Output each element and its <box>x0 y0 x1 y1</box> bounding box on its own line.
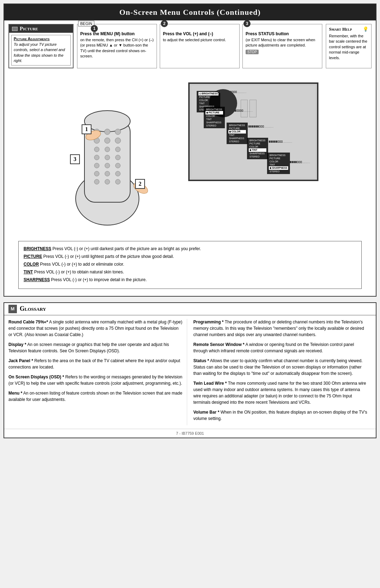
glossary-status-text: Allows the user to quickly confirm what … <box>194 358 363 376</box>
steps-area: BEGIN 1 Press the MENU (M) button on the… <box>77 24 322 68</box>
svg-point-21 <box>94 179 99 184</box>
svg-point-18 <box>94 171 99 176</box>
desc-sharpness: SHARPNESS Press VOL (-) or (+) to improv… <box>24 277 356 283</box>
glossary-entry-jack-panel: Jack Panel * Refers to the area on the b… <box>8 358 183 370</box>
step-2-box: 2 Press the VOL (+) and (–) to adjust th… <box>160 24 240 68</box>
glossary-entry-programming: Programming * The procedure of adding or… <box>194 319 368 338</box>
term-round-cable: Round Cable 75%«* <box>8 320 48 324</box>
main-title: On-Screen Menu Controls (Continued) <box>4 4 376 20</box>
picture-adjustments-text: To adjust your TV picture controls, sele… <box>14 42 68 64</box>
desc-tint-text: Press VOL (-) or (+) to obtain natural s… <box>34 270 124 274</box>
desc-picture-text: Press VOL (-) or (+) until lightest part… <box>43 254 174 259</box>
glossary-display-text: An on screen message or graphics that he… <box>8 342 169 353</box>
svg-point-23 <box>115 179 120 184</box>
menu-panel-2: BRIGHTNESS ◆ PICTURE COLOR TINT SHARPNES… <box>204 107 225 128</box>
desc-picture: PICTURE Press VOL (-) or (+) until light… <box>24 253 356 260</box>
svg-text:1: 1 <box>85 126 88 132</box>
step-3-title: Press STATUS button <box>246 31 319 36</box>
svg-point-9 <box>94 147 99 152</box>
step-3-text: (or EXIT Menu) to clear the screen when … <box>246 37 319 48</box>
picture-box-title: Picture <box>9 25 73 33</box>
svg-point-16 <box>105 163 110 168</box>
term-color: COLOR <box>24 262 39 267</box>
glossary-content: Round Cable 75%«* A single solid antenna… <box>4 315 376 429</box>
menu-panel-3: BRIGHTNESS PICTURE ◆ COLOR TINT SHARPNES… <box>227 123 248 144</box>
svg-point-17 <box>115 163 120 168</box>
svg-point-13 <box>105 155 110 160</box>
svg-point-11 <box>115 147 120 152</box>
step-2-title: Press the VOL (+) and (–) <box>163 31 236 36</box>
svg-point-15 <box>94 163 99 168</box>
svg-point-12 <box>94 155 99 160</box>
step-1-number: 1 <box>91 25 98 32</box>
term-picture: PICTURE <box>24 254 42 259</box>
term-osd: On Screen Displays (OSD) * <box>8 375 64 379</box>
glossary-header: M Glossary <box>4 303 376 315</box>
desc-tint: TINT Press VOL (-) or (+) to obtain natu… <box>24 269 356 275</box>
glossary-menu-text: An on-screen listing of feature controls… <box>8 391 182 402</box>
svg-point-4 <box>104 129 110 135</box>
step-3-number: 3 <box>243 20 251 27</box>
glossary-entry-status: Status * Allows the user to quickly conf… <box>194 358 368 377</box>
smart-help-title: Smart Help 💡 <box>329 26 368 32</box>
remote-svg: 1 2 3 <box>65 86 171 227</box>
glossary-title: Glossary <box>20 305 46 312</box>
step-2-text: to adjust the selected picture control. <box>163 37 236 43</box>
smart-help-box: Smart Help 💡 Remember, with the bar scal… <box>326 24 372 68</box>
svg-point-5 <box>115 129 121 135</box>
menu-panel-5: BRIGHTNESS PICTURE COLOR TINT ◆ SHARPNES… <box>267 153 290 174</box>
svg-text:3: 3 <box>74 156 76 162</box>
glossary-entry-osd: On Screen Displays (OSD) * Refers to the… <box>8 374 183 386</box>
svg-point-8 <box>115 138 121 143</box>
term-programming: Programming * <box>194 320 224 324</box>
term-status: Status * <box>194 358 209 363</box>
term-volume-bar: Volume Bar * <box>194 410 220 415</box>
illustration-area: 1 2 3 <box>4 72 376 237</box>
smart-help-text: Remember, with the bar scale centered th… <box>329 33 368 61</box>
picture-adjustments-title: Picture Adjustments <box>14 37 68 41</box>
glossary-entry-remote-sensor: Remote Sensor Window * A window or openi… <box>194 341 368 354</box>
step-1-text: on the remote, then press the CH (+) or … <box>80 37 154 59</box>
step-1-title: Press the MENU (M) button <box>80 31 154 36</box>
svg-point-10 <box>105 147 110 152</box>
glossary-entry-round-cable: Round Cable 75%«* A single solid antenna… <box>8 319 183 338</box>
svg-text:2: 2 <box>139 181 141 187</box>
svg-point-22 <box>105 179 110 184</box>
picture-label: Picture <box>20 26 38 32</box>
term-menu: Menu * <box>8 391 22 396</box>
bulb-icon: 💡 <box>363 26 368 32</box>
term-brightness: BRIGHTNESS <box>24 246 51 251</box>
desc-sharpness-text: Press VOL (-) or (+) to improve detail i… <box>51 277 147 282</box>
term-jack-panel: Jack Panel * <box>8 358 33 363</box>
desc-color-text: Press VOL (-) or (+) to add or eliminate… <box>40 262 124 267</box>
glossary-entry-display: Display * An on screen message or graphi… <box>8 341 183 354</box>
footer-text: 7 - IB7759 E001 <box>4 429 376 438</box>
term-remote-sensor: Remote Sensor Window * <box>194 342 245 347</box>
step-3-box: 3 Press STATUS button (or EXIT Menu) to … <box>242 24 322 68</box>
glossary-icon: M <box>8 305 17 313</box>
picture-adjustments: Picture Adjustments To adjust your TV pi… <box>11 35 71 66</box>
desc-color: COLOR Press VOL (-) or (+) to add or eli… <box>24 261 356 267</box>
glossary-entry-twin-lead: Twin Lead Wire * The more commonly used … <box>194 380 368 406</box>
term-display: Display * <box>8 342 26 347</box>
tv-screen: ◇ BRIGHTNESS PICTURE COLOR TINT SHARPNES… <box>188 82 318 181</box>
glossary-left-col: Round Cable 75%«* A single solid antenna… <box>8 319 187 425</box>
glossary-entry-volume-bar: Volume Bar * When in the ON position, th… <box>194 409 368 422</box>
svg-point-19 <box>105 171 110 176</box>
step-1-box: BEGIN 1 Press the MENU (M) button on the… <box>77 24 157 68</box>
term-tint: TINT <box>24 270 33 274</box>
term-twin-lead: Twin Lead Wire * <box>194 381 227 386</box>
term-sharpness: SHARPNESS <box>24 277 50 282</box>
glossary-volume-bar-text: When in the ON position, this feature di… <box>194 410 367 421</box>
step-2-number: 2 <box>161 20 168 27</box>
picture-box: Picture Picture Adjustments To adjust yo… <box>8 24 74 68</box>
svg-point-20 <box>115 171 120 176</box>
svg-point-14 <box>115 155 120 160</box>
svg-point-7 <box>104 138 110 143</box>
desc-brightness-text: Press VOL (-) or (+) until darkest parts… <box>52 246 201 251</box>
glossary-entry-menu: Menu * An on-screen listing of feature c… <box>8 390 183 403</box>
stop-badge: STOP <box>246 50 259 54</box>
glossary-section: M Glossary Round Cable 75%«* A single so… <box>4 302 376 438</box>
menu-panel-4: BRIGHTNESS PICTURE COLOR ◆ TINT SHARPNES… <box>247 138 268 159</box>
tv-icon <box>12 27 18 31</box>
